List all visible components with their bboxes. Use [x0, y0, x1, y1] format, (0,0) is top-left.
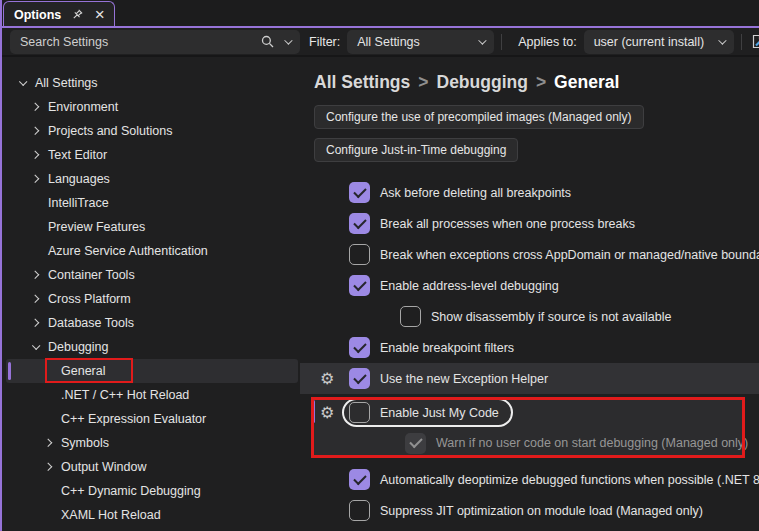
setting-label: Break all processes when one process bre… [380, 217, 635, 231]
checkbox[interactable] [349, 182, 370, 203]
tree-chevron-icon[interactable] [40, 440, 55, 446]
configure-jit-debugging-button[interactable]: Configure Just-in-Time debugging [314, 138, 518, 162]
tree-item[interactable]: All Settings [0, 71, 300, 95]
settings-tree: All Settings Environment Projects and So… [0, 57, 300, 529]
tree-chevron-icon[interactable] [27, 128, 42, 134]
tree-chevron-icon[interactable] [27, 152, 42, 158]
chevron-down-icon [718, 36, 726, 44]
checkbox[interactable] [349, 275, 370, 296]
tree-item[interactable]: Container Tools [0, 263, 300, 287]
setting-label: Break when exceptions cross AppDomain or… [380, 248, 759, 262]
gear-icon[interactable]: ⚙ [320, 371, 334, 387]
setting-row: ⚙ Enable Just My Code [311, 397, 745, 428]
chevron-down-icon [478, 36, 486, 44]
pin-icon[interactable] [70, 7, 84, 23]
tree-item[interactable]: Debugging [0, 335, 300, 359]
setting-label: Enable breakpoint filters [380, 341, 514, 355]
tree-item[interactable]: Languages [0, 167, 300, 191]
setting-row: Automatically deoptimize debugged functi… [300, 464, 759, 495]
window-accent-border [0, 0, 2, 531]
tree-item[interactable]: Cross Platform [0, 287, 300, 311]
checkbox[interactable] [349, 337, 370, 358]
filter-dropdown[interactable]: All Settings [347, 30, 494, 54]
main-panel: All Settings > Debugging > General Confi… [300, 57, 759, 529]
gear-icon[interactable]: ⚙ [320, 405, 334, 421]
tree-item-label: IntelliTrace [48, 196, 109, 210]
tree-item-label: Languages [48, 172, 110, 186]
tree-item[interactable]: Environment [0, 95, 300, 119]
tree-item[interactable]: IntelliTrace [0, 191, 300, 215]
applies-to-dropdown[interactable]: user (current install) [584, 30, 734, 54]
tab-strip-accent-line [0, 26, 759, 28]
tree-item[interactable]: General [0, 359, 300, 383]
tree-item-label: All Settings [35, 76, 98, 90]
tree-chevron-icon[interactable] [27, 320, 42, 326]
tab-strip: Options × [0, 0, 759, 28]
tree-item[interactable]: Text Editor [0, 143, 300, 167]
breadcrumb-debugging: Debugging [437, 72, 528, 93]
search-icon[interactable] [261, 35, 274, 48]
filter-label: Filter: [309, 35, 340, 49]
checkbox[interactable] [400, 306, 421, 327]
focus-ring: Show disassembly if source is not availa… [400, 306, 671, 327]
tree-item[interactable]: XAML Hot Reload [0, 503, 300, 527]
tab-title: Options [14, 8, 61, 22]
tree-chevron-icon[interactable] [27, 344, 42, 350]
tree-item[interactable]: .NET / C++ Hot Reload [0, 383, 300, 407]
setting-row: Warn if no user code on start debugging … [311, 428, 745, 458]
checkbox[interactable] [349, 244, 370, 265]
tree-item[interactable]: Preview Features [0, 215, 300, 239]
tree-chevron-icon[interactable] [14, 80, 29, 86]
checkbox[interactable] [349, 469, 370, 490]
setting-row: ⚙ Use the new Exception Helper [300, 363, 759, 394]
tree-item[interactable]: Projects and Solutions [0, 119, 300, 143]
tree-item[interactable]: Azure Service Authentication [0, 239, 300, 263]
tree-item-label: .NET / C++ Hot Reload [61, 388, 189, 402]
options-tab[interactable]: Options × [3, 1, 115, 27]
tree-item-label: C++ Dynamic Debugging [61, 484, 201, 498]
focus-ring: Break when exceptions cross AppDomain or… [349, 244, 759, 265]
focus-ring: Enable Just My Code [342, 398, 513, 427]
toolbar-divider [741, 34, 742, 50]
tree-chevron-icon[interactable] [27, 176, 42, 182]
breadcrumb-general: General [554, 72, 619, 93]
setting-label: Ask before deleting all breakpoints [380, 186, 571, 200]
configure-precompiled-images-button[interactable]: Configure the use of precompiled images … [314, 105, 644, 129]
tree-chevron-icon[interactable] [27, 272, 42, 278]
search-dropdown-chevron-icon[interactable] [284, 36, 292, 44]
setting-row: Enable address-level debugging [300, 270, 759, 301]
focus-ring: Ask before deleting all breakpoints [349, 182, 571, 203]
search-box[interactable] [10, 30, 300, 54]
tree-item[interactable]: Symbols [0, 431, 300, 455]
toolbar: Filter: All Settings Applies to: user (c… [0, 28, 759, 57]
tree-item-label: XAML Hot Reload [61, 508, 161, 522]
setting-label: Use the new Exception Helper [380, 372, 548, 386]
tree-chevron-icon[interactable] [40, 464, 55, 470]
annotation-box-general [45, 358, 133, 383]
search-input[interactable] [10, 35, 261, 49]
options-window: Options × [0, 0, 759, 531]
checkbox[interactable] [405, 433, 426, 454]
checkbox[interactable] [349, 500, 370, 521]
applies-to-label: Applies to: [518, 35, 576, 49]
checkbox[interactable] [349, 213, 370, 234]
close-icon[interactable]: × [93, 7, 106, 23]
tree-chevron-icon[interactable] [27, 104, 42, 110]
settings-list: Ask before deleting all breakpoints Brea… [300, 177, 759, 526]
tree-item-label: Cross Platform [48, 292, 131, 306]
tree-item-label: Symbols [61, 436, 109, 450]
checkbox[interactable] [349, 368, 370, 389]
setting-label: Warn if no user code on start debugging … [436, 436, 748, 450]
breadcrumb: All Settings > Debugging > General [314, 69, 759, 95]
edit-button[interactable]: Edi [751, 34, 759, 49]
tree-item-label: Debugging [48, 340, 108, 354]
tree-item[interactable]: C++ Dynamic Debugging [0, 479, 300, 503]
tree-chevron-icon[interactable] [27, 296, 42, 302]
tree-item[interactable]: C++ Expression Evaluator [0, 407, 300, 431]
focus-ring: Use the new Exception Helper [349, 368, 548, 389]
tree-item[interactable]: Database Tools [0, 311, 300, 335]
setting-row: Suppress JIT optimization on module load… [300, 495, 759, 526]
tree-item-label: Preview Features [48, 220, 145, 234]
checkbox[interactable] [349, 402, 370, 423]
tree-item[interactable]: Output Window [0, 455, 300, 479]
